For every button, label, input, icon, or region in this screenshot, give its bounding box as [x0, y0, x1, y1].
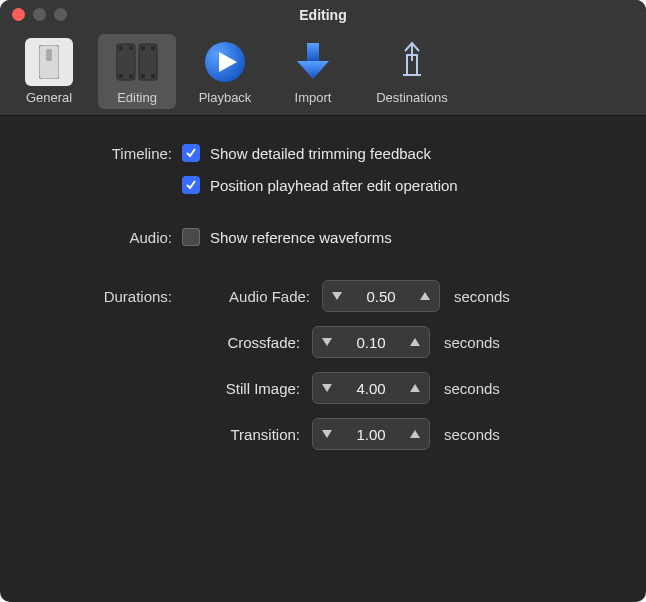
minimize-window-button[interactable]	[33, 8, 46, 21]
svg-rect-7	[129, 74, 133, 78]
still-image-label: Still Image:	[0, 380, 312, 397]
label-position-playhead: Position playhead after edit operation	[210, 177, 458, 194]
audio-fade-unit: seconds	[454, 288, 510, 305]
audio-fade-stepper[interactable]: 0.50	[322, 280, 440, 312]
tab-general-label: General	[26, 90, 72, 105]
transition-decrement[interactable]	[313, 419, 341, 449]
still-image-stepper[interactable]: 4.00	[312, 372, 430, 404]
tab-editing[interactable]: Editing	[98, 34, 176, 109]
transition-stepper[interactable]: 1.00	[312, 418, 430, 450]
audio-section-label: Audio:	[0, 229, 182, 246]
svg-marker-25	[322, 430, 332, 438]
svg-rect-1	[46, 49, 52, 61]
zoom-window-button[interactable]	[54, 8, 67, 21]
destinations-icon	[388, 38, 436, 86]
timeline-section-label: Timeline:	[0, 145, 182, 162]
crossfade-stepper[interactable]: 0.10	[312, 326, 430, 358]
label-reference-waveforms: Show reference waveforms	[210, 229, 392, 246]
crossfade-decrement[interactable]	[313, 327, 341, 357]
svg-marker-26	[410, 430, 420, 438]
svg-rect-11	[151, 74, 155, 78]
svg-marker-22	[410, 338, 420, 346]
window-controls	[12, 8, 67, 21]
checkbox-reference-waveforms[interactable]	[182, 228, 200, 246]
window-title: Editing	[299, 7, 346, 23]
tab-destinations[interactable]: Destinations	[362, 34, 462, 109]
general-icon	[25, 38, 73, 86]
svg-marker-24	[410, 384, 420, 392]
checkbox-trimming-feedback[interactable]	[182, 144, 200, 162]
crossfade-increment[interactable]	[401, 327, 429, 357]
editing-pane: Timeline: Show detailed trimming feedbac…	[0, 116, 646, 450]
label-trimming-feedback: Show detailed trimming feedback	[210, 145, 431, 162]
svg-rect-6	[119, 74, 123, 78]
crossfade-value[interactable]: 0.10	[341, 334, 401, 351]
tab-general[interactable]: General	[10, 34, 88, 109]
audio-fade-value[interactable]: 0.50	[351, 288, 411, 305]
tab-destinations-label: Destinations	[376, 90, 448, 105]
transition-increment[interactable]	[401, 419, 429, 449]
tab-playback[interactable]: Playback	[186, 34, 264, 109]
svg-marker-15	[297, 61, 329, 79]
tab-import[interactable]: Import	[274, 34, 352, 109]
checkbox-position-playhead[interactable]	[182, 176, 200, 194]
svg-rect-9	[151, 46, 155, 50]
audio-fade-decrement[interactable]	[323, 281, 351, 311]
close-window-button[interactable]	[12, 8, 25, 21]
tab-playback-label: Playback	[199, 90, 252, 105]
svg-marker-19	[332, 292, 342, 300]
audio-fade-increment[interactable]	[411, 281, 439, 311]
playback-icon	[201, 38, 249, 86]
svg-rect-14	[307, 43, 319, 61]
svg-rect-8	[141, 46, 145, 50]
import-icon	[289, 38, 337, 86]
tab-import-label: Import	[295, 90, 332, 105]
still-image-increment[interactable]	[401, 373, 429, 403]
transition-value[interactable]: 1.00	[341, 426, 401, 443]
svg-rect-10	[141, 74, 145, 78]
durations-section-label: Durations:	[0, 288, 182, 305]
still-image-value[interactable]: 4.00	[341, 380, 401, 397]
titlebar: Editing	[0, 0, 646, 30]
svg-rect-4	[119, 46, 123, 50]
still-image-decrement[interactable]	[313, 373, 341, 403]
preferences-window: Editing General	[0, 0, 646, 602]
crossfade-label: Crossfade:	[0, 334, 312, 351]
svg-marker-20	[420, 292, 430, 300]
transition-label: Transition:	[0, 426, 312, 443]
tab-editing-label: Editing	[117, 90, 157, 105]
svg-marker-21	[322, 338, 332, 346]
still-image-unit: seconds	[444, 380, 500, 397]
crossfade-unit: seconds	[444, 334, 500, 351]
transition-unit: seconds	[444, 426, 500, 443]
editing-icon	[113, 38, 161, 86]
toolbar: General Editing	[0, 30, 646, 116]
svg-rect-5	[129, 46, 133, 50]
svg-marker-23	[322, 384, 332, 392]
audio-fade-label: Audio Fade:	[182, 288, 322, 305]
